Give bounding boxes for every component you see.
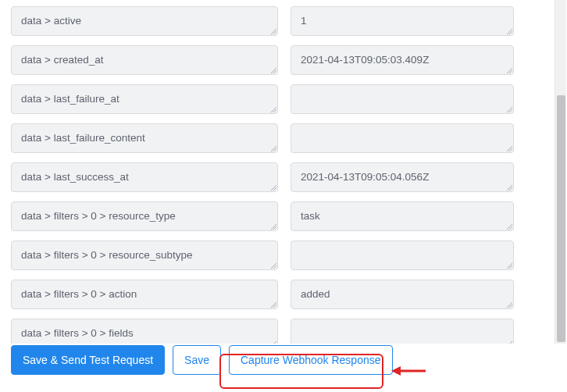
field-label[interactable]: data > last_failure_content bbox=[11, 123, 278, 153]
field-value[interactable]: 2021-04-13T09:05:04.056Z bbox=[291, 162, 514, 192]
field-label[interactable]: data > last_success_at bbox=[11, 162, 278, 192]
field-value-cell: added bbox=[291, 280, 514, 309]
field-value[interactable]: added bbox=[291, 280, 514, 309]
field-label[interactable]: data > created_at bbox=[11, 45, 278, 75]
field-label[interactable]: data > active bbox=[11, 6, 278, 36]
field-label[interactable]: data > filters > 0 > resource_subtype bbox=[11, 241, 278, 270]
save-send-test-request-button[interactable]: Save & Send Test Request bbox=[11, 345, 165, 375]
field-value-cell bbox=[291, 123, 514, 153]
save-button[interactable]: Save bbox=[173, 345, 221, 375]
field-label[interactable]: data > filters > 0 > fields bbox=[11, 319, 278, 344]
field-row: data > last_failure_at bbox=[11, 84, 544, 114]
field-label-cell: data > last_success_at bbox=[11, 162, 278, 192]
field-value[interactable] bbox=[291, 319, 514, 344]
field-label-cell: data > last_failure_at bbox=[11, 84, 278, 114]
field-value[interactable]: task bbox=[291, 201, 514, 231]
field-value[interactable] bbox=[291, 123, 514, 153]
field-row: data > created_at 2021-04-13T09:05:03.40… bbox=[11, 45, 544, 75]
field-value-cell: 2021-04-13T09:05:04.056Z bbox=[291, 162, 514, 192]
field-label-cell: data > created_at bbox=[11, 45, 278, 75]
field-row: data > active 1 bbox=[11, 6, 544, 36]
field-label-cell: data > filters > 0 > resource_subtype bbox=[11, 241, 278, 270]
field-row: data > filters > 0 > resource_subtype bbox=[11, 241, 544, 270]
field-value-cell bbox=[291, 319, 514, 344]
field-value-cell bbox=[291, 241, 514, 270]
field-value[interactable] bbox=[291, 84, 514, 114]
field-label[interactable]: data > filters > 0 > resource_type bbox=[11, 201, 278, 231]
footer-actions: Save & Send Test Request Save Capture We… bbox=[11, 345, 393, 375]
field-label-cell: data > filters > 0 > action bbox=[11, 280, 278, 309]
field-label[interactable]: data > filters > 0 > action bbox=[11, 280, 278, 309]
field-row: data > last_failure_content bbox=[11, 123, 544, 153]
vertical-scrollbar[interactable] bbox=[555, 0, 566, 344]
field-value-cell: 1 bbox=[291, 6, 514, 36]
field-label-cell: data > last_failure_content bbox=[11, 123, 278, 153]
field-row: data > filters > 0 > action added bbox=[11, 280, 544, 309]
field-value[interactable]: 1 bbox=[291, 6, 514, 36]
field-row: data > filters > 0 > fields bbox=[11, 319, 544, 344]
scrollbar-thumb[interactable] bbox=[557, 95, 565, 342]
field-value[interactable] bbox=[291, 241, 514, 270]
field-row: data > last_success_at 2021-04-13T09:05:… bbox=[11, 162, 544, 192]
field-label-cell: data > active bbox=[11, 6, 278, 36]
svg-marker-37 bbox=[391, 366, 401, 376]
annotation-arrow-icon bbox=[391, 363, 426, 382]
field-value-cell: task bbox=[291, 201, 514, 231]
field-value[interactable]: 2021-04-13T09:05:03.409Z bbox=[291, 45, 514, 75]
field-label[interactable]: data > last_failure_at bbox=[11, 84, 278, 114]
field-label-cell: data > filters > 0 > fields bbox=[11, 319, 278, 344]
field-value-cell bbox=[291, 84, 514, 114]
field-label-cell: data > filters > 0 > resource_type bbox=[11, 201, 278, 231]
field-value-cell: 2021-04-13T09:05:03.409Z bbox=[291, 45, 514, 75]
field-row: data > filters > 0 > resource_type task bbox=[11, 201, 544, 231]
capture-webhook-response-button[interactable]: Capture Webhook Response bbox=[229, 345, 393, 375]
form-scroll-area: data > active 1 data > created_at bbox=[0, 0, 555, 344]
